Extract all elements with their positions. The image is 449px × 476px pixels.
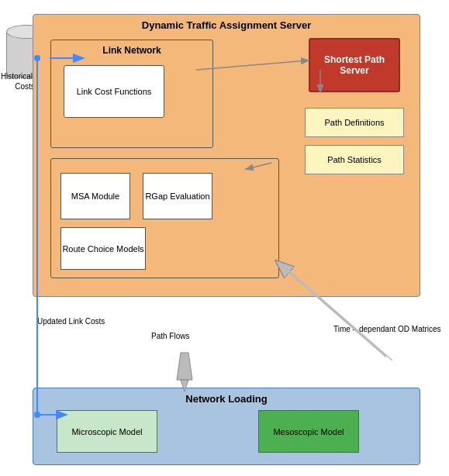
diagram: Historical Link Costs Dynamic Traffic As… <box>0 0 449 476</box>
path-definitions-box: Path Definitions <box>305 108 404 137</box>
dta-server-box: Dynamic Traffic Assignment Server Link N… <box>33 14 420 297</box>
network-loading-title: Network Loading <box>33 393 420 405</box>
updated-link-costs-label: Updated Link Costs <box>37 316 105 327</box>
path-statistics-box: Path Statistics <box>305 145 404 174</box>
link-network-box: Link Network Link Cost Functions <box>50 40 213 148</box>
dta-server-title: Dynamic Traffic Assignment Server <box>33 19 420 31</box>
mesoscopic-model-box: Mesoscopic Model <box>258 410 359 453</box>
shortest-path-box: Shortest Path Server <box>309 38 400 92</box>
link-network-title: Link Network <box>51 45 212 56</box>
path-flows-label: Path Flows <box>151 332 189 340</box>
msa-module-box: MSA Module <box>60 173 130 219</box>
rgap-eval-box: RGap Evaluation <box>143 173 212 219</box>
od-matrices-label: Time – dependant OD Matrices <box>333 324 441 335</box>
network-loading-box: Network Loading Microscopic Model Mesosc… <box>33 388 420 465</box>
microscopic-model-box: Microscopic Model <box>57 410 157 453</box>
lower-inner-box: MSA Module RGap Evaluation Route Choice … <box>50 158 279 278</box>
route-choice-box: Route Choice Models <box>60 227 146 270</box>
link-cost-functions-box: Link Cost Functions <box>64 65 164 118</box>
svg-marker-9 <box>177 353 192 380</box>
